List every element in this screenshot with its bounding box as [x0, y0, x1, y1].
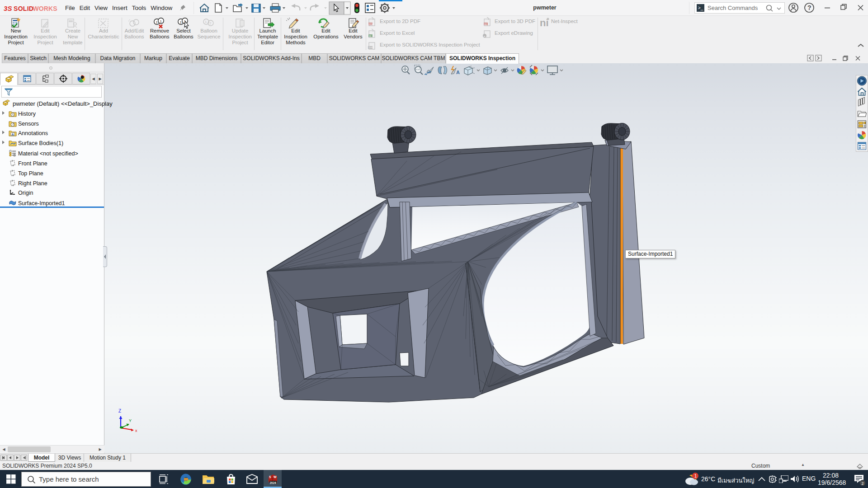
- svg-text:Z: Z: [118, 408, 121, 413]
- svg-text:PDF: PDF: [369, 23, 374, 26]
- svg-text:SOLID: SOLID: [14, 5, 33, 12]
- svg-text:WORKS: WORKS: [33, 5, 57, 12]
- svg-text:1: 1: [160, 19, 162, 23]
- svg-text:1: 1: [156, 20, 158, 24]
- svg-text:W: W: [274, 475, 277, 479]
- svg-text:2: 2: [209, 21, 212, 25]
- svg-text:A: A: [12, 133, 14, 136]
- svg-text:SW: SW: [368, 46, 373, 49]
- svg-text:1: 1: [694, 474, 697, 479]
- svg-text:1: 1: [180, 20, 182, 24]
- svg-text:A: A: [456, 70, 460, 75]
- svg-text:Y: Y: [129, 418, 132, 423]
- svg-text:2024: 2024: [270, 481, 277, 484]
- svg-text:S: S: [8, 5, 12, 12]
- svg-text:?: ?: [807, 4, 811, 11]
- svg-text:1: 1: [205, 20, 207, 24]
- svg-text:x: x: [135, 428, 137, 433]
- svg-text:3D: 3D: [484, 23, 487, 26]
- svg-text:S: S: [269, 475, 271, 479]
- svg-text:2: 2: [862, 481, 864, 486]
